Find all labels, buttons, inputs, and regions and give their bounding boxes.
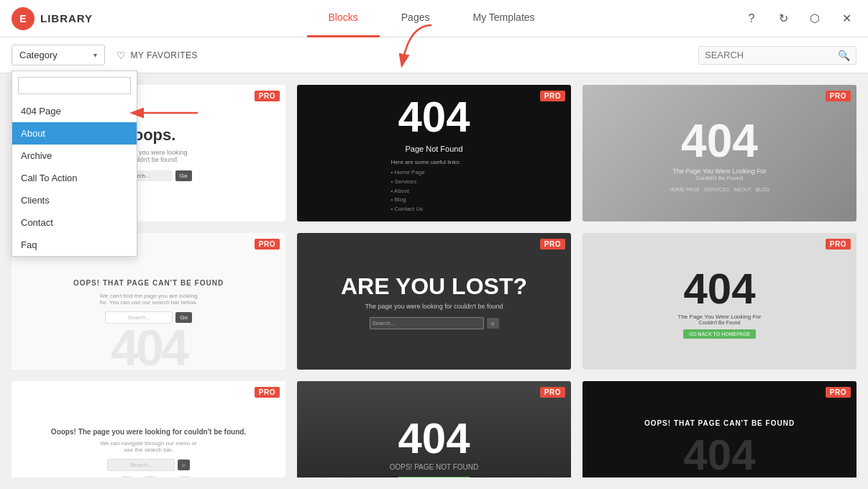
dropdown-search-input[interactable] — [18, 77, 131, 94]
search-icon: 🔍 — [838, 50, 850, 61]
dropdown-item-clients[interactable]: Clients — [12, 189, 137, 211]
template-card-3[interactable]: 404 The Page You Were Looking For Couldn… — [583, 85, 856, 221]
header-tabs: Blocks Pages My Templates — [122, 0, 741, 37]
template-card-6[interactable]: 404 The Page You Were Looking For Couldn… — [583, 233, 856, 370]
app-title: LIBRARY — [40, 12, 93, 24]
logo: E LIBRARY — [12, 7, 93, 30]
close-icon[interactable]: ✕ — [836, 9, 856, 29]
heart-icon: ♡ — [117, 50, 127, 61]
pro-badge-9: PRO — [826, 387, 851, 398]
dropdown-item-archive[interactable]: Archive — [12, 145, 137, 167]
tab-blocks[interactable]: Blocks — [307, 0, 380, 37]
dropdown-item-about[interactable]: About — [12, 122, 137, 145]
dropdown-arrow-icon: ▾ — [93, 51, 97, 59]
help-icon[interactable]: ? — [741, 9, 762, 29]
pro-badge-8: PRO — [540, 387, 565, 398]
refresh-icon[interactable]: ↻ — [773, 9, 793, 29]
tab-my-templates[interactable]: My Templates — [451, 0, 556, 37]
template-card-9[interactable]: OOPS! THAT PAGE CAN'T BE FOUND 404 PRO — [583, 381, 856, 477]
category-select[interactable]: Category ▾ — [12, 45, 105, 65]
template-card-5[interactable]: ARE YOU LOST? The page you were looking … — [297, 233, 571, 370]
pro-badge: PRO — [255, 91, 280, 101]
template-grid: 4 Ooops. The page you were looking for c… — [12, 85, 856, 477]
search-input[interactable] — [705, 50, 838, 60]
toolbar: Category ▾ 404 Page About Archive Call T… — [0, 37, 868, 73]
template-card-8[interactable]: 404 OOPS! PAGE NOT FOUND GO BACK TO HOME… — [297, 381, 571, 477]
pro-badge-2: PRO — [540, 91, 565, 101]
pro-badge-6: PRO — [826, 239, 851, 250]
pro-badge-7: PRO — [255, 387, 280, 398]
header: E LIBRARY Blocks Pages My Templates ? ↻ … — [0, 0, 868, 37]
logo-icon: E — [12, 7, 35, 30]
category-dropdown-menu: 404 Page About Archive Call To Action Cl… — [12, 70, 137, 257]
search-wrapper: 🔍 — [698, 46, 856, 65]
favorites-button[interactable]: ♡ MY FAVORITES — [117, 50, 198, 61]
header-icons: ? ↻ ⬡ ✕ — [741, 9, 856, 29]
dropdown-item-404page[interactable]: 404 Page — [12, 100, 137, 122]
template-card-2[interactable]: 404 Page Not Found Here are some useful … — [297, 85, 571, 221]
category-dropdown-wrapper: Category ▾ 404 Page About Archive Call T… — [12, 45, 105, 65]
dropdown-item-call-to-action[interactable]: Call To Action — [12, 167, 137, 189]
dropdown-item-faq[interactable]: Faq — [12, 234, 137, 256]
dropdown-item-contact[interactable]: Contact — [12, 211, 137, 234]
favorites-label: MY FAVORITES — [131, 50, 198, 60]
tab-pages[interactable]: Pages — [380, 0, 452, 37]
save-icon[interactable]: ⬡ — [805, 9, 825, 29]
pro-badge-5: PRO — [540, 239, 565, 250]
pro-badge-4: PRO — [255, 239, 280, 250]
template-card-7[interactable]: Ooops! The page you were looking for cou… — [12, 381, 285, 477]
category-label: Category — [19, 50, 58, 60]
pro-badge-3: PRO — [826, 91, 851, 101]
